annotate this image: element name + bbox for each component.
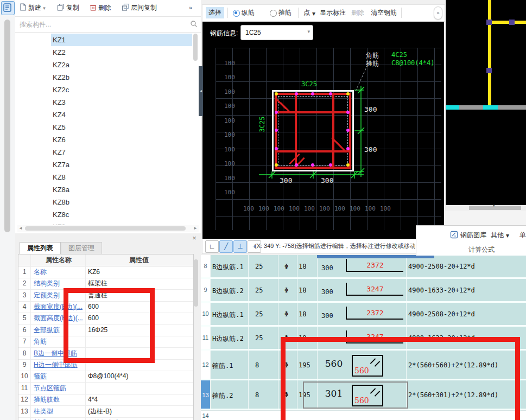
rebar-library-button[interactable]: 钢筋图库	[460, 231, 486, 240]
rebar-row[interactable]: 10 H边纵筋.1 25 Φ 18 300 2372 4900-2508-20+…	[201, 303, 526, 325]
list-item[interactable]: KZ2	[15, 46, 201, 59]
toolbar-overflow-button[interactable]: »	[434, 7, 442, 20]
corner-rebar-dot[interactable]	[346, 92, 350, 96]
property-row[interactable]: 13柱类型(边柱-B)	[18, 406, 193, 418]
ortho-mode-button[interactable]: ∟	[205, 240, 219, 253]
panel-toggle-button[interactable]	[1, 1, 15, 15]
property-row[interactable]: 11节点区箍筋	[18, 383, 193, 394]
rebar-dot[interactable]	[295, 163, 298, 167]
list-item[interactable]: KZ8b	[15, 196, 201, 208]
select-button[interactable]: 选择	[206, 7, 224, 18]
tab-layer-manager[interactable]: 图层管理	[61, 242, 102, 254]
shape-length[interactable]: 2372	[356, 261, 395, 269]
left-rail	[0, 0, 16, 420]
list-horizontal-scrollbar[interactable]: ◄ ►	[17, 225, 199, 232]
longitudinal-radio-label[interactable]: 纵筋	[242, 7, 255, 18]
list-item[interactable]: KZ1	[15, 34, 201, 46]
rebar-dot[interactable]	[295, 92, 298, 96]
search-icon[interactable]	[190, 20, 198, 29]
formula[interactable]: 4900-2508-20+12*d	[408, 263, 475, 270]
perpendicular-mode-button[interactable]: ⊥	[233, 240, 247, 253]
floor-copy-button[interactable]: 层间复制	[122, 3, 157, 12]
list-item[interactable]: KZ4	[15, 109, 201, 121]
shape-line	[346, 319, 403, 320]
shape-line	[346, 283, 347, 296]
list-item[interactable]: KZ2b	[15, 71, 201, 84]
property-vertical-scrollbar[interactable]	[194, 259, 198, 307]
show-labels-button[interactable]: 显示标注	[320, 7, 346, 18]
rebar-dot[interactable]	[346, 129, 350, 132]
close-icon[interactable]: ×	[191, 234, 198, 242]
delete-button[interactable]: 删除	[90, 3, 111, 12]
unit-button[interactable]: 单	[519, 231, 526, 240]
list-item[interactable]: KZ2a	[15, 59, 201, 71]
plan-view-canvas[interactable]	[445, 0, 526, 205]
list-item[interactable]: KZ2c	[15, 84, 201, 96]
shape-length[interactable]: 2372	[356, 309, 395, 317]
property-row[interactable]: 10箍筋Φ8@100(4*4)	[18, 371, 193, 383]
scroll-right-icon[interactable]: ►	[193, 225, 198, 232]
rail-scrollbar[interactable]	[4, 20, 10, 232]
search-input[interactable]	[18, 19, 183, 30]
rebar-dot[interactable]	[329, 92, 332, 96]
rebar-row[interactable]: 8 B边纵筋.1 25 Φ 18 300 2372 4900-2508-20+1…	[201, 255, 526, 277]
plan-horizontal-scrollbar[interactable]: ▾	[445, 205, 526, 211]
corner-rebar-dot[interactable]	[275, 163, 278, 167]
list-item[interactable]: KZ3	[15, 96, 201, 109]
scrollbar-thumb[interactable]	[469, 206, 521, 210]
property-row[interactable]: 1名称KZ6	[18, 266, 193, 278]
list-item[interactable]: KZ7	[15, 146, 201, 158]
property-row[interactable]: 14材质现浇混凝土	[18, 417, 193, 420]
rebar-dot[interactable]	[311, 92, 314, 96]
corner-rebar-dot[interactable]	[346, 163, 350, 167]
rebar-dot[interactable]	[311, 163, 314, 167]
formula-column-header[interactable]: 计算公式	[438, 245, 525, 254]
shape-dimension: 300	[321, 288, 333, 296]
formula[interactable]: 4900-2508-20+12*d	[408, 310, 475, 318]
scroll-left-icon[interactable]: ◄	[18, 225, 23, 232]
selected-row-number[interactable]: 13	[201, 380, 210, 410]
list-item[interactable]: KZ8	[15, 171, 201, 183]
tab-property-list[interactable]: 属性列表	[20, 242, 61, 254]
scroll-tri-icon[interactable]: ▾	[493, 203, 495, 208]
diagonal-mode-button[interactable]: ╱	[219, 240, 233, 253]
rebar-dot[interactable]	[346, 111, 350, 114]
point-button[interactable]: 点	[303, 7, 310, 18]
new-caret-icon[interactable]: ▾	[43, 5, 46, 11]
new-button[interactable]: 新建 ▾	[20, 3, 46, 12]
list-item[interactable]: KZ5	[15, 121, 201, 133]
rebar-dot[interactable]	[329, 163, 332, 167]
list-item[interactable]: KZ8a	[15, 183, 201, 196]
property-row[interactable]: 12箍筋肢数4*4	[18, 394, 193, 406]
scrollbar-thumb[interactable]	[25, 226, 186, 231]
corner-rebar-dot[interactable]	[275, 92, 278, 96]
list-item[interactable]: KZ6	[15, 133, 201, 146]
formula[interactable]: 4900-1633-20+12*d	[408, 287, 475, 294]
rebar-dot[interactable]	[275, 147, 278, 150]
application-window: 新建 ▾ 复制 删除 层间复制 » KZ1 KZ2 KZ2a	[0, 0, 526, 420]
other-button[interactable]: 其他	[491, 231, 504, 240]
stirrup-leg[interactable]	[275, 111, 351, 113]
rebar-row[interactable]: 9 B边纵筋.2 25 Φ 18 300 3247 4900-1633-20+1…	[201, 279, 526, 301]
longitudinal-radio[interactable]	[233, 10, 240, 17]
panel-collapse-handle[interactable]: ◂	[199, 66, 203, 116]
stirrup-leg[interactable]	[275, 150, 351, 152]
list-item[interactable]: KZ7a	[15, 158, 201, 171]
top-rebar-count-label: 3C25	[301, 80, 317, 88]
list-vertical-scrollbar[interactable]	[193, 34, 198, 61]
rebar-dot[interactable]	[346, 147, 350, 150]
delete-rebar-button[interactable]: 删除	[351, 7, 364, 18]
rebar-dot[interactable]	[275, 129, 278, 132]
stirrup-radio-label[interactable]: 箍筋	[278, 7, 291, 18]
shape-length[interactable]: 3247	[356, 285, 395, 293]
clear-rebar-button[interactable]: 清空钢筋	[371, 7, 397, 18]
section-canvas[interactable]: 钢筋信息: 1C25 ▾ 100 100 100 100 100 100 100…	[202, 22, 444, 239]
list-item[interactable]: KZ8c	[15, 208, 201, 221]
copy-button[interactable]: 复制	[57, 3, 79, 12]
toolbar-overflow-button[interactable]: »	[189, 4, 192, 11]
other-caret-icon[interactable]: ▾	[506, 232, 509, 239]
point-caret-icon[interactable]: ▾	[312, 8, 315, 20]
stirrup-leg[interactable]	[332, 93, 334, 169]
rebar-dot[interactable]	[275, 111, 278, 114]
stirrup-radio[interactable]	[270, 10, 277, 17]
